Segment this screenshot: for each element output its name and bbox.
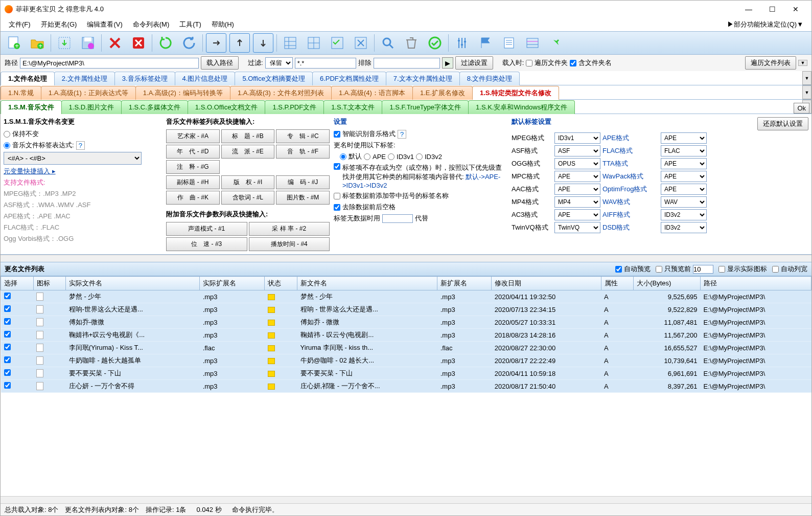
tab-pdffile[interactable]: 1.S.P.PDF文件 [265, 100, 324, 114]
arrow-up-icon[interactable] [229, 33, 250, 53]
menu-edit[interactable]: 编辑查看(V) [82, 20, 127, 29]
open-icon[interactable]: + [27, 33, 48, 53]
notes-icon[interactable] [499, 33, 519, 53]
col-4[interactable]: 状态 [265, 277, 297, 290]
tab-adv3[interactable]: 1.A.高级(3)：文件名对照列表 [230, 86, 332, 100]
maximize-button[interactable]: ☐ [760, 2, 784, 17]
col-1[interactable]: 图标 [33, 277, 66, 290]
search-icon[interactable] [378, 33, 398, 53]
new-icon[interactable]: + [4, 33, 24, 53]
ok-button[interactable]: Ok [794, 103, 809, 114]
row-check-1[interactable] [4, 305, 11, 312]
expr-radio[interactable] [4, 142, 10, 149]
def-link-0[interactable]: APE格式 [602, 133, 659, 143]
tab-ttf[interactable]: 1.S.F.TrueType字体文件 [382, 100, 469, 114]
tab-adv1[interactable]: 1.A.高级(1)：正则表达式等 [41, 86, 136, 100]
arrow-down-icon[interactable] [253, 33, 273, 53]
tag-button-14[interactable]: 图片数 - #M [276, 191, 330, 205]
tag-ape-radio[interactable] [364, 153, 370, 160]
row-check-2[interactable] [4, 318, 11, 325]
help2-icon[interactable]: ? [398, 130, 406, 139]
table-row[interactable]: 鞠婧祎+叹云兮电视剧《... .mp3 鞠婧祎 - 叹云兮(电视剧... .mp… [1, 329, 811, 342]
tab-normal[interactable]: 1.N.常规 [1, 86, 41, 100]
delete-icon[interactable] [105, 33, 125, 53]
check-icon[interactable] [425, 33, 445, 53]
grid-scrollbar[interactable] [1, 496, 811, 503]
show-icon-checkbox[interactable] [718, 266, 725, 273]
tab-image[interactable]: 1.S.D.图片文件 [61, 100, 122, 114]
tabs2-dropdown[interactable]: ▼ [802, 85, 811, 99]
def-sel-1a[interactable]: ASF [554, 145, 600, 156]
def-link-4[interactable]: OptimFrog格式 [602, 185, 659, 194]
include-folder-checkbox[interactable] [570, 60, 576, 66]
def-sel-0b[interactable]: APE [661, 132, 707, 144]
row-check-0[interactable] [4, 293, 11, 299]
tag-button-3[interactable]: 年 代 - #D [166, 145, 220, 159]
save-icon[interactable] [78, 33, 98, 53]
tag-button-6[interactable]: 注 释 - #G [166, 160, 220, 174]
extra-button-1[interactable]: 采 样 率 - #2 [249, 222, 330, 236]
file-grid[interactable]: 选择图标实际文件名实际扩展名状态新文件名新扩展名修改日期属性大小(Bytes)路… [1, 276, 811, 496]
tag-button-11[interactable]: 编 码 - #J [276, 175, 330, 189]
def-sel-6a[interactable]: APE [554, 209, 600, 220]
auto-preview-checkbox[interactable] [615, 266, 622, 273]
row-check-4[interactable] [4, 344, 11, 350]
arrow-right-icon[interactable] [206, 33, 226, 53]
tab-officedoc[interactable]: 1.S.O.Office文档文件 [188, 100, 266, 114]
tag-button-0[interactable]: 艺术家 - #A [166, 129, 220, 143]
col-2[interactable]: 实际文件名 [66, 277, 200, 290]
table-row[interactable]: 要不要买菜 - 下山 .mp3 要不要买菜 - 下山 .mp3 2020/04/… [1, 367, 811, 380]
restore-button[interactable]: 还原默认设置 [757, 117, 808, 130]
tab-adv2[interactable]: 1.A.高级(2)：编码与转换等 [135, 86, 230, 100]
def-sel-4a[interactable]: APE [554, 184, 600, 195]
col-8[interactable]: 属性 [601, 277, 634, 290]
tab-music[interactable]: 1.S.M.音乐文件 [1, 100, 62, 114]
grid-icon[interactable] [280, 33, 300, 53]
tag-id3v1-radio[interactable] [388, 153, 395, 160]
menu-help[interactable]: 帮助(H) [206, 20, 239, 29]
col-9[interactable]: 大小(Bytes) [634, 277, 701, 290]
col-0[interactable]: 选择 [1, 277, 34, 290]
col-10[interactable]: 路径 [701, 277, 811, 290]
exclude-input[interactable] [374, 58, 440, 69]
def-sel-3a[interactable]: APE [554, 171, 600, 182]
def-sel-5b[interactable]: WAV [661, 196, 707, 208]
delete-all-icon[interactable] [128, 33, 149, 53]
def-link-1[interactable]: FLAC格式 [602, 146, 659, 155]
table-row[interactable]: 程响-世界这么大还是遇... .mp3 程响 - 世界这么大还是遇... .mp… [1, 303, 811, 316]
auto-col-checkbox[interactable] [772, 266, 779, 273]
tag-button-2[interactable]: 专 辑 - #C [276, 129, 330, 143]
tag-button-9[interactable]: 副标题 - #H [166, 175, 220, 189]
col-6[interactable]: 新扩展名 [437, 277, 492, 290]
tag-id3v2-radio[interactable] [416, 153, 423, 160]
table-row[interactable]: 傅如乔-微微 .mp3 傅如乔 - 微微 .mp3 2020/05/27 10:… [1, 316, 811, 329]
tab-special[interactable]: 1.S.特定类型文件名修改 [472, 86, 559, 100]
tab-adv4[interactable]: 1.A.高级(4)：语言脚本 [331, 86, 413, 100]
col-3[interactable]: 实际扩展名 [200, 277, 265, 290]
tag-default-radio[interactable] [340, 153, 346, 160]
filter-keep-select[interactable]: 保留 [265, 57, 293, 69]
table-row[interactable]: 庄心妍 - 一万个舍不得 .mp3 庄心妍,祁隆 - 一万个舍不... .mp3… [1, 380, 811, 393]
tab-textfile[interactable]: 1.S.T.文本文件 [323, 100, 382, 114]
filter-pattern-input[interactable] [295, 58, 356, 69]
var-insert-link[interactable]: 元变量快捷插入 ▸ [4, 167, 162, 176]
def-sel-0a[interactable]: ID3v1 [554, 132, 600, 144]
def-sel-7a[interactable]: TwinVQ [554, 222, 600, 233]
menu-file[interactable]: 文件(F) [4, 20, 36, 29]
row-check-5[interactable] [4, 356, 11, 363]
def-link-6[interactable]: AIFF格式 [602, 210, 659, 219]
tab-office[interactable]: 5.Office文档摘要处理 [235, 72, 313, 85]
def-link-5[interactable]: WAV格式 [602, 197, 659, 207]
only-preview-checkbox[interactable] [656, 266, 662, 273]
row-check-3[interactable] [4, 331, 11, 338]
tab-musictag[interactable]: 3.音乐标签处理 [114, 72, 175, 85]
dropdown-icon[interactable]: ▼ [798, 60, 807, 66]
tab-ext[interactable]: 1.E.扩展名修改 [412, 86, 473, 100]
tag-button-12[interactable]: 作 曲 - #K [166, 191, 220, 205]
trim-checkbox[interactable] [334, 204, 340, 211]
tag-button-13[interactable]: 含歌词 - #L [221, 191, 275, 205]
menu-quicknav[interactable]: ▶部分功能快速定位(Q)▼ [722, 20, 808, 29]
minimize-button[interactable]: — [737, 2, 760, 17]
tab-filename[interactable]: 1.文件名处理 [1, 72, 55, 85]
undo-icon[interactable] [179, 33, 199, 53]
